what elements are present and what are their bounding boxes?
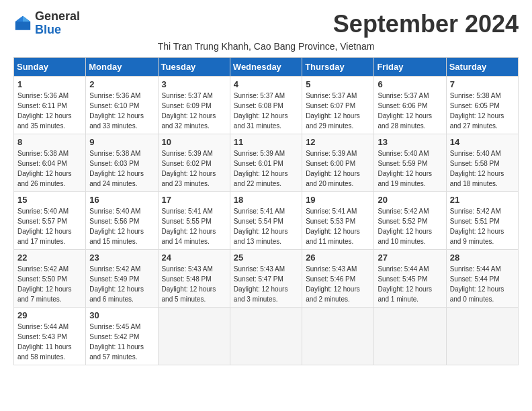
calendar-cell: 12Sunrise: 5:39 AM Sunset: 6:00 PM Dayli… [302,134,374,192]
day-detail: Sunrise: 5:45 AM Sunset: 5:42 PM Dayligh… [89,322,154,362]
day-number: 29 [17,310,82,320]
day-detail: Sunrise: 5:42 AM Sunset: 5:49 PM Dayligh… [89,264,154,304]
day-detail: Sunrise: 5:37 AM Sunset: 6:09 PM Dayligh… [162,91,226,131]
day-number: 25 [234,253,298,263]
day-detail: Sunrise: 5:43 AM Sunset: 5:46 PM Dayligh… [306,264,370,304]
calendar-cell [374,308,446,365]
day-number: 5 [306,79,370,89]
day-detail: Sunrise: 5:39 AM Sunset: 6:02 PM Dayligh… [162,148,226,189]
day-number: 24 [162,253,226,263]
day-number: 9 [89,137,154,147]
calendar-cell: 16Sunrise: 5:40 AM Sunset: 5:56 PM Dayli… [86,192,158,250]
day-detail: Sunrise: 5:38 AM Sunset: 6:03 PM Dayligh… [89,148,154,189]
calendar-cell: 9Sunrise: 5:38 AM Sunset: 6:03 PM Daylig… [86,134,158,192]
calendar-cell: 22Sunrise: 5:42 AM Sunset: 5:50 PM Dayli… [14,250,86,308]
logo-blue-text: Blue [35,24,80,37]
weekday-header-sunday: Sunday [14,58,86,77]
day-detail: Sunrise: 5:37 AM Sunset: 6:08 PM Dayligh… [234,91,298,131]
month-title: September 2024 [333,10,519,38]
day-detail: Sunrise: 5:41 AM Sunset: 5:55 PM Dayligh… [162,206,226,246]
calendar-table: SundayMondayTuesdayWednesdayThursdayFrid… [13,57,519,365]
day-detail: Sunrise: 5:39 AM Sunset: 6:00 PM Dayligh… [306,148,370,189]
calendar-cell [302,308,374,365]
calendar-cell: 27Sunrise: 5:44 AM Sunset: 5:45 PM Dayli… [374,250,446,308]
calendar-cell: 8Sunrise: 5:38 AM Sunset: 6:04 PM Daylig… [14,134,86,192]
day-detail: Sunrise: 5:43 AM Sunset: 5:47 PM Dayligh… [234,264,298,304]
day-number: 4 [234,79,298,89]
logo: General Blue [13,10,80,37]
calendar-week-row: 15Sunrise: 5:40 AM Sunset: 5:57 PM Dayli… [14,192,519,250]
calendar-cell: 29Sunrise: 5:44 AM Sunset: 5:43 PM Dayli… [14,308,86,365]
calendar-cell: 30Sunrise: 5:45 AM Sunset: 5:42 PM Dayli… [86,308,158,365]
calendar-cell: 18Sunrise: 5:41 AM Sunset: 5:54 PM Dayli… [230,192,302,250]
day-number: 16 [89,195,154,205]
day-number: 27 [378,253,442,263]
calendar-cell: 5Sunrise: 5:37 AM Sunset: 6:07 PM Daylig… [302,77,374,134]
day-number: 26 [306,253,370,263]
day-number: 22 [17,253,82,263]
day-number: 3 [162,79,226,89]
day-number: 21 [450,195,515,205]
day-number: 12 [306,137,370,147]
day-number: 11 [234,137,298,147]
calendar-week-row: 22Sunrise: 5:42 AM Sunset: 5:50 PM Dayli… [14,250,519,308]
calendar-cell: 1Sunrise: 5:36 AM Sunset: 6:11 PM Daylig… [14,77,86,134]
day-number: 28 [450,253,515,263]
day-detail: Sunrise: 5:40 AM Sunset: 5:58 PM Dayligh… [450,148,515,189]
day-detail: Sunrise: 5:39 AM Sunset: 6:01 PM Dayligh… [234,148,298,189]
logo-icon [13,14,32,33]
calendar-week-row: 29Sunrise: 5:44 AM Sunset: 5:43 PM Dayli… [14,308,519,365]
weekday-header-monday: Monday [86,58,158,77]
day-detail: Sunrise: 5:37 AM Sunset: 6:06 PM Dayligh… [378,91,442,131]
day-number: 20 [378,195,442,205]
calendar-cell [158,308,230,365]
day-detail: Sunrise: 5:40 AM Sunset: 5:56 PM Dayligh… [89,206,154,246]
calendar-cell: 14Sunrise: 5:40 AM Sunset: 5:58 PM Dayli… [446,134,518,192]
calendar-cell: 28Sunrise: 5:44 AM Sunset: 5:44 PM Dayli… [446,250,518,308]
day-number: 17 [162,195,226,205]
weekday-header-friday: Friday [374,58,446,77]
day-number: 14 [450,137,515,147]
calendar-cell: 6Sunrise: 5:37 AM Sunset: 6:06 PM Daylig… [374,77,446,134]
calendar-cell: 15Sunrise: 5:40 AM Sunset: 5:57 PM Dayli… [14,192,86,250]
calendar-cell: 21Sunrise: 5:42 AM Sunset: 5:51 PM Dayli… [446,192,518,250]
calendar-cell: 10Sunrise: 5:39 AM Sunset: 6:02 PM Dayli… [158,134,230,192]
calendar-cell: 24Sunrise: 5:43 AM Sunset: 5:48 PM Dayli… [158,250,230,308]
day-number: 15 [17,195,82,205]
calendar-cell: 2Sunrise: 5:36 AM Sunset: 6:10 PM Daylig… [86,77,158,134]
header: General Blue September 2024 [13,10,519,38]
calendar-cell: 20Sunrise: 5:42 AM Sunset: 5:52 PM Dayli… [374,192,446,250]
day-detail: Sunrise: 5:41 AM Sunset: 5:53 PM Dayligh… [306,206,370,246]
day-detail: Sunrise: 5:42 AM Sunset: 5:50 PM Dayligh… [17,264,82,304]
day-detail: Sunrise: 5:40 AM Sunset: 5:57 PM Dayligh… [17,206,82,246]
day-number: 7 [450,79,515,89]
day-detail: Sunrise: 5:36 AM Sunset: 6:11 PM Dayligh… [17,91,82,131]
calendar-cell: 19Sunrise: 5:41 AM Sunset: 5:53 PM Dayli… [302,192,374,250]
logo-text: General Blue [35,10,80,37]
day-detail: Sunrise: 5:37 AM Sunset: 6:07 PM Dayligh… [306,91,370,131]
day-number: 23 [89,253,154,263]
weekday-header-tuesday: Tuesday [158,58,230,77]
day-number: 19 [306,195,370,205]
calendar-cell: 7Sunrise: 5:38 AM Sunset: 6:05 PM Daylig… [446,77,518,134]
day-detail: Sunrise: 5:44 AM Sunset: 5:43 PM Dayligh… [17,322,82,362]
day-number: 10 [162,137,226,147]
calendar-cell: 25Sunrise: 5:43 AM Sunset: 5:47 PM Dayli… [230,250,302,308]
calendar-week-row: 8Sunrise: 5:38 AM Sunset: 6:04 PM Daylig… [14,134,519,192]
day-detail: Sunrise: 5:44 AM Sunset: 5:45 PM Dayligh… [378,264,442,304]
day-number: 30 [89,310,154,320]
calendar-cell: 4Sunrise: 5:37 AM Sunset: 6:08 PM Daylig… [230,77,302,134]
calendar-cell: 17Sunrise: 5:41 AM Sunset: 5:55 PM Dayli… [158,192,230,250]
weekday-header-thursday: Thursday [302,58,374,77]
calendar-cell [446,308,518,365]
weekday-header-row: SundayMondayTuesdayWednesdayThursdayFrid… [14,58,519,77]
weekday-header-wednesday: Wednesday [230,58,302,77]
calendar-cell: 11Sunrise: 5:39 AM Sunset: 6:01 PM Dayli… [230,134,302,192]
day-number: 8 [17,137,82,147]
calendar-cell: 23Sunrise: 5:42 AM Sunset: 5:49 PM Dayli… [86,250,158,308]
day-detail: Sunrise: 5:41 AM Sunset: 5:54 PM Dayligh… [234,206,298,246]
day-detail: Sunrise: 5:38 AM Sunset: 6:04 PM Dayligh… [17,148,82,189]
calendar-week-row: 1Sunrise: 5:36 AM Sunset: 6:11 PM Daylig… [14,77,519,134]
calendar-cell: 3Sunrise: 5:37 AM Sunset: 6:09 PM Daylig… [158,77,230,134]
svg-marker-1 [23,16,30,21]
